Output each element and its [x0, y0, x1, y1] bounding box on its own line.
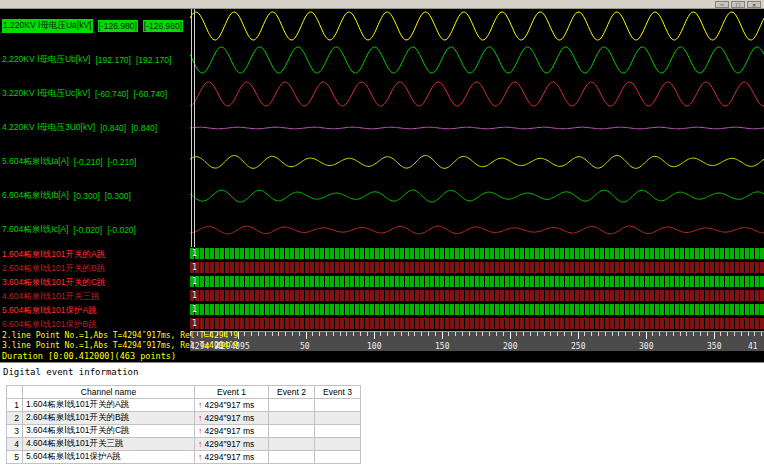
- maximize-icon[interactable]: □: [731, 1, 745, 8]
- event1-time: 4294″917 ms: [205, 426, 255, 436]
- time-tick: [720, 332, 721, 336]
- close-icon[interactable]: ✕: [747, 1, 761, 8]
- time-tick: [292, 332, 293, 336]
- time-tick: [673, 332, 674, 336]
- time-tick: [408, 332, 409, 336]
- time-axis-label: 41: [748, 342, 758, 351]
- time-tick: [659, 332, 660, 336]
- analog-channel-row[interactable]: 3.220KV Ⅰ母电压Uc[kV] [-60.740] [-60.740]: [0, 77, 190, 111]
- digital-channel-list: 1.604柘泉Ⅰ线101开关的A跳2.604柘泉Ⅰ线101开关的B跳3.604柘…: [0, 247, 190, 331]
- digital-channel-bar-row: 1: [190, 261, 764, 275]
- oscillogram-area: 1.220KV Ⅰ母电压Ua[kV] [-126.980] [-126.980]…: [0, 9, 764, 362]
- event-table-row[interactable]: 2 2.604柘泉Ⅰ线101开关的B跳 ↑4294″917 ms: [7, 412, 361, 425]
- time-tick: [380, 332, 381, 336]
- event3-time: [315, 451, 361, 464]
- waveform-channel-5: [190, 156, 764, 169]
- event2-time: [269, 425, 315, 438]
- time-tick: [319, 332, 320, 336]
- time-tick: [571, 332, 572, 336]
- digital-state-value: 1: [192, 262, 197, 273]
- time-tick: [401, 332, 402, 336]
- time-axis-label: 200: [503, 342, 517, 351]
- cursor1-value: [192.170]: [96, 55, 131, 65]
- time-tick: [523, 332, 524, 336]
- time-tick: [489, 332, 490, 336]
- event3-time: [315, 412, 361, 425]
- analog-channel-row[interactable]: 5.604柘泉Ⅰ线Ia[A] [-0.210] [-0.210]: [0, 145, 190, 179]
- time-axis[interactable]: 4294″914294″9505010015020025030035041: [190, 331, 764, 351]
- waveform-channel-2: [190, 47, 764, 73]
- header-event-2: Event 2: [269, 386, 315, 399]
- time-tick: [442, 332, 443, 339]
- row-number: 2: [7, 412, 23, 425]
- time-tick: [761, 332, 762, 336]
- event-table-row[interactable]: 5 5.604柘泉Ⅰ线101保护A跳 ↑4294″917 ms: [7, 451, 361, 464]
- digital-channel-label[interactable]: 5.604柘泉Ⅰ线101保护A跳: [0, 303, 190, 317]
- time-tick: [591, 332, 592, 336]
- event-table-row[interactable]: 3 3.604柘泉Ⅰ线101开关的C跳 ↑4294″917 ms: [7, 425, 361, 438]
- digital-state-value: 1: [192, 290, 197, 301]
- time-tick: [584, 332, 585, 336]
- time-tick: [435, 332, 436, 336]
- analog-channel-row[interactable]: 1.220KV Ⅰ母电压Ua[kV] [-126.980] [-126.980]: [0, 9, 190, 43]
- digital-state-value: 1: [192, 248, 197, 259]
- event-table-header-row: Channel name Event 1 Event 2 Event 3: [7, 386, 361, 399]
- analog-channel-row[interactable]: 2.220KV Ⅰ母电压Ub[kV] [192.170] [192.170]: [0, 43, 190, 77]
- digital-state-value: 1: [192, 276, 197, 287]
- time-tick: [482, 332, 483, 336]
- time-tick: [312, 332, 313, 336]
- event-table-row[interactable]: 1 1.604柘泉Ⅰ线101开关的A跳 ↑4294″917 ms: [7, 399, 361, 412]
- cursor2-value: [-0.210]: [108, 157, 137, 167]
- digital-channel-bar-row: 1: [190, 275, 764, 289]
- analog-channel-row[interactable]: 6.604柘泉Ⅰ线Ib[A] [0.300] [0.300]: [0, 179, 190, 213]
- time-tick: [353, 332, 354, 336]
- waveform-channel-6: [190, 190, 764, 202]
- digital-state-value: 1: [192, 304, 197, 315]
- time-tick: [299, 332, 300, 336]
- event1-time: 4294″917 ms: [205, 413, 255, 423]
- time-axis-label: 100: [367, 342, 381, 351]
- waveform-plot[interactable]: [190, 9, 764, 247]
- time-tick: [340, 332, 341, 336]
- row-number: 5: [7, 451, 23, 464]
- analog-channel-label: 7.604柘泉Ⅰ线Ic[A]: [2, 224, 68, 236]
- cursor1-value: [-0.020]: [73, 225, 102, 235]
- time-tick: [421, 332, 422, 336]
- rising-edge-icon: ↑: [198, 452, 203, 462]
- event1-time: 4294″917 ms: [205, 439, 255, 449]
- time-tick: [734, 332, 735, 336]
- minimize-icon[interactable]: ─: [715, 1, 729, 8]
- cursor-status-lines: 2.line Point No.=1,Abs T=4294″917ms, Rel…: [2, 331, 264, 351]
- time-tick: [550, 332, 551, 336]
- waveform-channel-3: [190, 82, 764, 106]
- event3-time: [315, 399, 361, 412]
- time-axis-label: 300: [639, 342, 653, 351]
- time-tick: [367, 332, 368, 336]
- digital-channel-label[interactable]: 6.604柘泉Ⅰ线101保护B跳: [0, 317, 190, 331]
- waveform-channel-4: [190, 127, 764, 129]
- digital-status-bar: 1: [190, 290, 764, 301]
- digital-channel-label[interactable]: 4.604柘泉Ⅰ线101开关三跳: [0, 289, 190, 303]
- time-tick: [680, 332, 681, 336]
- analog-channel-list: 1.220KV Ⅰ母电压Ua[kV] [-126.980] [-126.980]…: [0, 9, 190, 247]
- fault-recorder-window: ─ □ ✕ 1.220KV Ⅰ母电压Ua[kV] [-126.980] [-12…: [0, 0, 764, 468]
- time-tick: [578, 332, 579, 339]
- cursor2-value: [0.840]: [131, 123, 157, 133]
- time-tick: [394, 332, 395, 336]
- cursor-3-status: 3.line Point No.=1,Abs T=4294″917ms, Rel…: [2, 341, 264, 351]
- event-channel-name: 4.604柘泉Ⅰ线101开关三跳: [23, 438, 195, 451]
- time-tick: [510, 332, 511, 339]
- analog-channel-row[interactable]: 7.604柘泉Ⅰ线Ic[A] [-0.020] [-0.020]: [0, 213, 190, 247]
- row-number: 1: [7, 399, 23, 412]
- analog-channel-row[interactable]: 4.220KV Ⅰ母电压3U0[kV] [0.840] [0.840]: [0, 111, 190, 145]
- digital-channel-label[interactable]: 2.604柘泉Ⅰ线101开关的B跳: [0, 261, 190, 275]
- time-tick: [285, 332, 286, 336]
- time-tick: [306, 332, 307, 339]
- digital-channel-label[interactable]: 1.604柘泉Ⅰ线101开关的A跳: [0, 247, 190, 261]
- event-table-row[interactable]: 4 4.604柘泉Ⅰ线101开关三跳 ↑4294″917 ms: [7, 438, 361, 451]
- time-tick: [564, 332, 565, 336]
- time-tick: [265, 332, 266, 336]
- time-tick: [360, 332, 361, 336]
- digital-event-table: Channel name Event 1 Event 2 Event 3 1 1…: [6, 385, 361, 464]
- digital-channel-label[interactable]: 3.604柘泉Ⅰ线101开关的C跳: [0, 275, 190, 289]
